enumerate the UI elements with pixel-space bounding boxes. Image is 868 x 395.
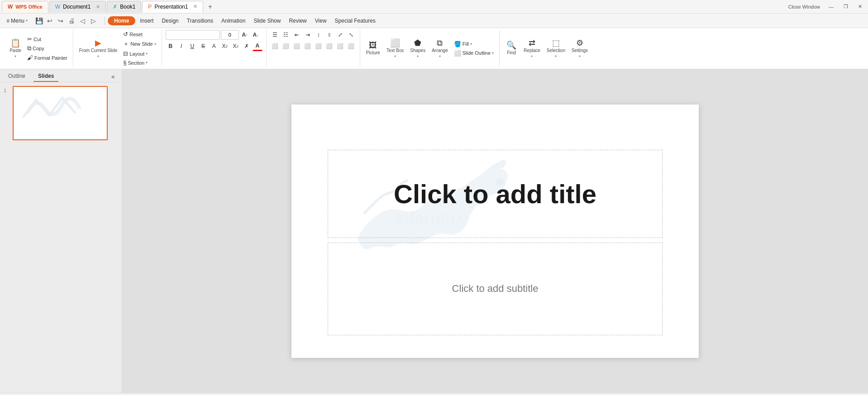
tab-review[interactable]: Review (285, 16, 310, 26)
section-button[interactable]: § Section ▾ (121, 58, 158, 67)
reset-button[interactable]: ↺ Reset (121, 30, 158, 38)
panel-collapse-button[interactable]: « (108, 71, 118, 81)
font-size-up-button[interactable]: A↑ (240, 30, 250, 40)
bold-button[interactable]: B (166, 41, 176, 51)
font-size-input[interactable] (221, 30, 239, 40)
text-shadow-button[interactable]: A (209, 41, 219, 51)
shapes-button[interactable]: ⬟ Shapes ▾ (408, 38, 428, 60)
redo-button[interactable]: ↪ (56, 16, 66, 26)
strikethrough-button[interactable]: S (198, 41, 208, 51)
increase-indent-button[interactable]: ⇥ (303, 30, 313, 40)
reset-label: Reset (129, 32, 143, 37)
italic-button[interactable]: I (176, 41, 186, 51)
clipboard-group: 📋 Paste ▾ ✂ Cut ⧉ Copy 🖌 Format Painter (4, 30, 73, 67)
font-color-button[interactable]: A (253, 41, 262, 51)
align-bottom-button[interactable]: ⬜ (335, 41, 345, 51)
decrease-indent-button[interactable]: ⇤ (292, 30, 302, 40)
align-top-button[interactable]: ⬜ (314, 41, 324, 51)
picture-label: Picture (366, 50, 380, 56)
from-current-slide-button[interactable]: ▶ From Current Slide ▾ (77, 38, 119, 60)
clipboard-sub: ✂ Cut ⧉ Copy 🖌 Format Painter (25, 35, 69, 62)
tab-home[interactable]: Home (108, 16, 135, 25)
paste-button[interactable]: 📋 Paste ▾ (7, 38, 24, 60)
align-center-button[interactable]: ⬜ (281, 41, 291, 51)
qa-more-button[interactable]: ▷ (88, 16, 98, 26)
line-spacing-button[interactable]: ↕ (314, 30, 324, 40)
replace-button[interactable]: ⇄ Replace ▾ (521, 38, 543, 60)
tab-document1[interactable]: W Document1 ✕ (49, 1, 106, 13)
align-right-button[interactable]: ⬜ (292, 41, 302, 51)
slide-outline-button[interactable]: ⬜ Slide Outline ▾ (452, 49, 496, 57)
align-middle-button[interactable]: ⬜ (324, 41, 334, 51)
section-arrow: ▾ (146, 61, 148, 65)
font-name-input[interactable] (166, 30, 220, 40)
text-direction-button[interactable]: ⤢ (335, 30, 345, 40)
cut-button[interactable]: ✂ Cut (25, 35, 69, 43)
maximize-button[interactable]: ❐ (839, 2, 852, 11)
tab-presentation1[interactable]: P Presentation1 ✕ (142, 1, 203, 13)
drawing-group: 🖼 Picture ⬜ Text Box ▾ ⬟ Shapes ▾ ⧉ Arra… (360, 30, 500, 67)
clear-format-button[interactable]: ✗ (242, 41, 252, 51)
justify-button[interactable]: ⬜ (303, 41, 313, 51)
tab-doc-close[interactable]: ✕ (96, 4, 100, 10)
columns-button[interactable]: ⫴ (324, 30, 334, 40)
smart-art-button[interactable]: ⬜ (346, 41, 356, 51)
tab-special-features[interactable]: Special Features (331, 16, 379, 26)
find-button[interactable]: 🔍 Find (503, 40, 520, 57)
panel-tabs: Outline Slides « (0, 69, 122, 82)
subscript-button[interactable]: X2 (220, 41, 230, 51)
tab-insert[interactable]: Insert (136, 16, 157, 26)
superscript-button[interactable]: X2 (231, 41, 241, 51)
canvas-area: kifarupix Click to add title Click to ad… (122, 69, 868, 393)
text-box-button[interactable]: ⬜ Text Box ▾ (384, 38, 406, 60)
shapes-arrow: ▾ (417, 54, 419, 58)
menu-button[interactable]: ≡ Menu ▾ (3, 16, 31, 26)
tab-ppt-close[interactable]: ✕ (193, 4, 197, 10)
print-button[interactable]: 🖨 (67, 16, 76, 26)
thumbnail-watermark (14, 87, 107, 139)
close-window-label: Close Window (788, 4, 820, 10)
tab-design[interactable]: Design (158, 16, 182, 26)
slide-title-box[interactable]: Click to add title (328, 150, 663, 238)
tab-view[interactable]: View (311, 16, 330, 26)
undo-button[interactable]: ↩ (45, 16, 55, 26)
fill-button[interactable]: 🪣 Fill ▾ (452, 40, 496, 48)
slides-tab-label: Slides (38, 73, 54, 79)
arrange-button[interactable]: ⧉ Arrange ▾ (429, 38, 450, 60)
close-button[interactable]: ✕ (854, 2, 866, 11)
new-tab-button[interactable]: + (204, 1, 216, 13)
slide-canvas[interactable]: kifarupix Click to add title Click to ad… (291, 105, 699, 358)
outline-tab[interactable]: Outline (4, 71, 30, 82)
ribbon: 📋 Paste ▾ ✂ Cut ⧉ Copy 🖌 Format Painter (0, 28, 868, 69)
slide-subtitle-box[interactable]: Click to add subtitle (328, 243, 663, 335)
settings-button[interactable]: ⚙ Settings ▾ (569, 38, 590, 60)
tab-slideshow[interactable]: Slide Show (250, 16, 284, 26)
copy-button[interactable]: ⧉ Copy (25, 44, 69, 53)
tab-transitions[interactable]: Transitions (183, 16, 217, 26)
selection-button[interactable]: ⬚ Selection ▾ (544, 38, 568, 60)
title-right-controls: Close Window — ❐ ✕ (788, 2, 866, 11)
tab-animation[interactable]: Animation (218, 16, 249, 26)
minimize-button[interactable]: — (825, 3, 838, 11)
layout-button[interactable]: ⊟ Layout ▾ (121, 49, 158, 58)
tab-book1[interactable]: ✗ Book1 (107, 1, 141, 13)
save-button[interactable]: 💾 (34, 16, 44, 26)
tab-wps[interactable]: W WPS Office (2, 1, 48, 13)
bullet-list-button[interactable]: ☰ (270, 30, 280, 40)
text-direction2-button[interactable]: ⤡ (346, 30, 356, 40)
format-painter-label: Format Painter (34, 55, 67, 61)
align-left-button[interactable]: ⬜ (270, 41, 280, 51)
customize-qa-button[interactable]: ◁ (77, 16, 87, 26)
font-size-down-button[interactable]: A↓ (251, 30, 261, 40)
new-slide-button[interactable]: ＋ New Slide ▾ (121, 39, 158, 49)
format-painter-button[interactable]: 🖌 Format Painter (25, 53, 69, 62)
list-row: ☰ ☷ ⇤ ⇥ ↕ ⫴ ⤢ ⤡ (270, 30, 356, 40)
slide-1-thumbnail[interactable] (13, 86, 108, 140)
ppt-icon: P (148, 4, 152, 10)
picture-button[interactable]: 🖼 Picture (364, 40, 382, 57)
slides-tab[interactable]: Slides (33, 71, 58, 82)
underline-button[interactable]: U (187, 41, 197, 51)
font-selector-row: A↑ A↓ (166, 30, 261, 40)
numbered-list-button[interactable]: ☷ (281, 30, 291, 40)
editing-group: 🔍 Find ⇄ Replace ▾ ⬚ Selection ▾ ⚙ Setti… (500, 30, 594, 67)
